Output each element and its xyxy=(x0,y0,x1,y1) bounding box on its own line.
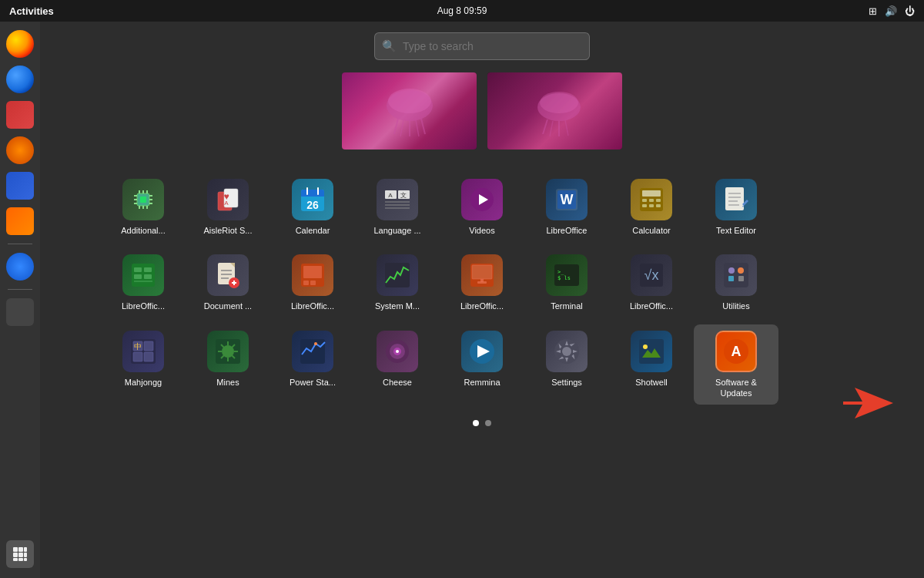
svg-text:中: 中 xyxy=(134,342,142,351)
app-calendar[interactable]: 26 Calendar xyxy=(270,173,355,242)
software-updates-icon: A xyxy=(715,331,757,372)
videos-icon xyxy=(461,179,503,220)
app-label: Text Editor xyxy=(716,225,756,236)
app-powerstat[interactable]: Power Sta... xyxy=(270,324,355,405)
sidebar-item-apps[interactable] xyxy=(4,538,36,570)
app-grid: Additional... ♥ A AisleRiot S... 26 xyxy=(85,173,879,405)
app-label: Mahjongg xyxy=(125,377,162,388)
app-label: Software & Updates xyxy=(701,377,771,399)
svg-point-130 xyxy=(562,347,571,356)
grid-spacer-1 xyxy=(778,173,863,242)
app-shotwell[interactable]: Shotwell xyxy=(609,324,694,405)
app-libreoffice-math[interactable]: √x LibreOffic... xyxy=(609,248,694,318)
pagination-dot-2[interactable] xyxy=(485,420,491,426)
app-label: Mines xyxy=(216,377,239,388)
svg-rect-63 xyxy=(642,204,647,207)
app-libreoffice-calc[interactable]: LibreOffic... xyxy=(101,248,186,318)
arrow-indicator xyxy=(839,380,901,435)
app-libreoffice[interactable]: W LibreOffice xyxy=(524,173,609,242)
search-input[interactable] xyxy=(374,32,590,60)
svg-text:A: A xyxy=(732,344,742,359)
app-libreoffice-draw[interactable]: LibreOffic... xyxy=(270,248,355,318)
sidebar-item-rhythmbox[interactable] xyxy=(4,134,36,166)
svg-rect-6 xyxy=(13,558,18,561)
app-mines[interactable]: Mines xyxy=(186,324,270,405)
app-label: Calendar xyxy=(296,225,330,236)
svg-point-132 xyxy=(643,344,648,349)
svg-text:√x: √x xyxy=(644,267,659,283)
svg-rect-88 xyxy=(310,281,316,285)
pagination-dot-1[interactable] xyxy=(473,420,479,426)
preview-jellyfish-2 xyxy=(487,72,622,150)
svg-rect-108 xyxy=(144,341,153,351)
app-document-viewer[interactable]: Document ... xyxy=(186,248,270,318)
sidebar-item-trash[interactable] xyxy=(4,296,36,328)
app-label: Utilities xyxy=(722,301,749,311)
svg-rect-109 xyxy=(133,352,142,361)
datetime-display: Aug 8 09:59 xyxy=(437,5,487,16)
app-system-monitor[interactable]: System M... xyxy=(355,248,440,318)
window-previews xyxy=(342,72,622,150)
app-videos[interactable]: Videos xyxy=(440,173,524,242)
svg-rect-72 xyxy=(134,267,142,272)
svg-rect-61 xyxy=(649,199,654,202)
system-monitor-icon xyxy=(377,254,418,296)
svg-rect-3 xyxy=(13,553,18,557)
svg-rect-94 xyxy=(480,279,484,282)
app-aisleriot[interactable]: ♥ A AisleRiot S... xyxy=(186,173,270,242)
app-label: AisleRiot S... xyxy=(204,225,253,236)
window-preview-2[interactable] xyxy=(487,72,622,150)
sidebar-item-firefox[interactable] xyxy=(4,28,36,60)
firefox-icon xyxy=(6,30,34,58)
app-label: Videos xyxy=(469,225,494,236)
app-utilities[interactable]: Utilities xyxy=(694,248,778,318)
window-preview-1[interactable] xyxy=(342,72,477,150)
search-icon: 🔍 xyxy=(382,39,397,53)
app-cheese[interactable]: Cheese xyxy=(355,324,440,405)
app-text-editor[interactable]: Text Editor xyxy=(694,173,778,242)
appstore-icon xyxy=(6,207,34,235)
libreoffice-math-icon: √x xyxy=(631,254,672,296)
text-editor-icon xyxy=(715,179,757,220)
app-calculator[interactable]: Calculator xyxy=(609,173,694,242)
sidebar-item-appstore[interactable] xyxy=(4,205,36,237)
app-language[interactable]: A 文 Language ... xyxy=(355,173,440,242)
svg-rect-74 xyxy=(134,274,142,279)
sidebar-separator xyxy=(8,244,32,244)
app-mahjongg[interactable]: 中 Mahjongg xyxy=(101,324,186,405)
cards-icon: ♥ A xyxy=(207,179,249,220)
svg-rect-65 xyxy=(656,204,661,207)
sidebar-item-thunderbird[interactable] xyxy=(4,63,36,96)
app-terminal[interactable]: >_ $ ls Terminal xyxy=(524,248,609,318)
app-label: LibreOffice xyxy=(547,225,588,236)
app-libreoffice-impress[interactable]: LibreOffic... xyxy=(440,248,524,318)
svg-rect-23 xyxy=(140,197,146,203)
chip-icon xyxy=(122,179,164,220)
power-icon: ⏻ xyxy=(905,5,915,17)
sidebar-item-help[interactable] xyxy=(4,250,36,283)
grid-spacer-2 xyxy=(778,248,863,318)
svg-point-102 xyxy=(738,267,744,274)
svg-point-17 xyxy=(540,92,578,113)
app-additional-drivers[interactable]: Additional... xyxy=(101,173,186,242)
svg-point-10 xyxy=(388,89,431,113)
app-settings[interactable]: Settings xyxy=(524,324,609,405)
sidebar-item-writer[interactable] xyxy=(4,170,36,202)
shotwell-icon xyxy=(631,331,672,372)
libreoffice-calc-icon xyxy=(122,254,164,296)
app-label: Language ... xyxy=(373,225,420,236)
svg-rect-66 xyxy=(725,187,744,210)
svg-line-15 xyxy=(421,119,425,134)
svg-rect-89 xyxy=(385,263,410,287)
sidebar-item-files[interactable] xyxy=(4,99,36,131)
app-software-updates[interactable]: A Software & Updates xyxy=(694,324,778,405)
svg-rect-73 xyxy=(144,267,152,272)
svg-rect-64 xyxy=(649,204,654,207)
cheese-icon xyxy=(377,331,418,372)
libreoffice-impress-icon xyxy=(461,254,503,296)
app-remmina[interactable]: Remmina xyxy=(440,324,524,405)
activities-button[interactable]: Activities xyxy=(9,5,54,17)
app-label: Power Sta... xyxy=(290,377,336,388)
app-label: Calculator xyxy=(632,225,671,236)
svg-line-12 xyxy=(400,120,403,136)
